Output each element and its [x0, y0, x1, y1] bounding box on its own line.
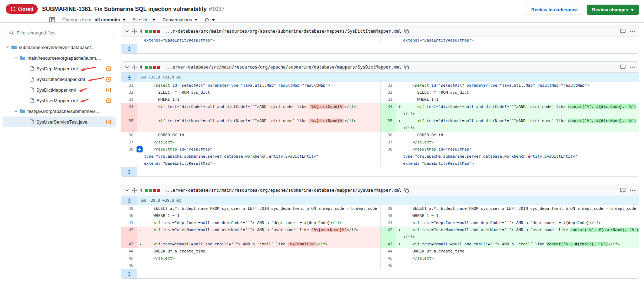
file-path-link[interactable]: ...erver-database/src/main/resources/org…	[165, 65, 401, 70]
line-number[interactable]: 44	[380, 248, 396, 255]
line-number[interactable]: 32	[380, 89, 396, 96]
collapse-file-chevron-icon[interactable]	[125, 29, 129, 33]
diff-toolbar: Changes from all commits File filter Con…	[49, 17, 638, 22]
diff-row: 38+ <resultMap id="resultMap"type="org.a…	[121, 146, 639, 167]
code-line: <if test="deptCode!=null and deptCode!='…	[403, 219, 639, 227]
line-number[interactable]: 46	[380, 262, 396, 269]
file-menu-kebab-icon[interactable]	[630, 31, 635, 32]
file-modified-icon	[106, 98, 111, 103]
line-number[interactable]: 36	[380, 132, 396, 139]
file-filter-dropdown[interactable]: File filter	[133, 17, 155, 22]
expand-row	[121, 44, 639, 53]
pr-status-badge: Closed	[6, 4, 38, 14]
line-number[interactable]: 37	[380, 139, 396, 146]
tree-file-item[interactable]: SysUserServiceTest.java	[3, 116, 116, 127]
conversations-dropdown[interactable]: Conversations	[163, 17, 197, 22]
line-number[interactable]	[380, 37, 396, 44]
line-number[interactable]: 40	[380, 212, 396, 219]
line-number[interactable]: 45	[121, 255, 137, 262]
line-number[interactable]: 35	[121, 118, 137, 132]
line-number[interactable]: 31	[380, 82, 396, 89]
caret-down-icon	[212, 19, 215, 22]
line-number[interactable]: 44	[121, 248, 137, 255]
code-line: WHERE 1 = 1	[403, 212, 639, 219]
copy-path-icon[interactable]	[404, 188, 409, 193]
chevron-down-icon[interactable]	[14, 109, 18, 113]
drag-file-handle-icon[interactable]	[132, 188, 137, 193]
expand-hunk-button[interactable]	[121, 73, 137, 82]
file-path-link[interactable]: ...erver-database/src/main/resources/org…	[165, 188, 401, 193]
comment-icon[interactable]	[620, 188, 626, 193]
filter-changed-files-input[interactable]	[6, 27, 113, 38]
diff-row: 45 </select>45 </select>	[121, 255, 639, 262]
line-number[interactable]: 42	[380, 227, 396, 241]
chevron-down-icon[interactable]	[6, 45, 9, 49]
review-in-codespace-button[interactable]: Review in codespace	[526, 5, 583, 15]
copy-path-icon[interactable]	[404, 29, 409, 34]
code-line: extends="BaseEntityResultMap">	[144, 37, 380, 44]
diff-row: 33 WHERE 1=133 WHERE 1=1	[121, 96, 639, 103]
code-line: SELECT * FROM sys_dict	[403, 89, 639, 96]
comment-icon[interactable]	[620, 29, 626, 34]
line-number[interactable]: 37	[121, 139, 137, 146]
code-line: </select>	[144, 139, 380, 146]
tree-folder-item[interactable]: main/resources/org/apache/subm...	[3, 53, 116, 63]
line-number[interactable]: 41	[121, 219, 137, 227]
line-number[interactable]: 36	[121, 132, 137, 139]
code-line: </select>	[403, 139, 639, 146]
diffstat-square	[153, 66, 156, 69]
diff-settings-dropdown[interactable]: ⚙	[204, 17, 214, 22]
code-line: WHERE 1=1	[403, 96, 639, 103]
line-number[interactable]: 43	[380, 241, 396, 248]
collapse-file-chevron-icon[interactable]	[125, 65, 129, 69]
line-number[interactable]: 38	[121, 146, 137, 167]
line-number[interactable]: 39	[380, 205, 396, 212]
expand-diff-button[interactable]	[121, 44, 137, 53]
line-number[interactable]: 39	[121, 205, 137, 212]
tree-file-item[interactable]: SysDictItemMapper.xml	[3, 74, 116, 85]
tree-file-item[interactable]: SysDictMapper.xml	[3, 85, 116, 95]
chevron-down-icon[interactable]	[14, 56, 18, 60]
diffstat-square	[157, 66, 160, 69]
expand-diff-button[interactable]	[121, 269, 137, 278]
diffstat-square	[145, 189, 148, 192]
diff-row: 36 ORDER BY id36 ORDER BY id	[121, 132, 639, 139]
line-number[interactable]: 42	[121, 227, 137, 241]
tree-file-item[interactable]: SysDeptMapper.xml	[3, 63, 116, 74]
line-number[interactable]: 40	[121, 212, 137, 219]
line-number[interactable]: 33	[121, 96, 137, 103]
line-number[interactable]: 38	[380, 146, 396, 167]
drag-file-handle-icon[interactable]	[132, 65, 137, 70]
tree-file-item[interactable]: SysUserMapper.xml	[3, 95, 116, 106]
line-number[interactable]: 33	[380, 96, 396, 103]
diff-right-cell: 45 </select>	[380, 255, 639, 262]
line-number[interactable]: 41	[380, 219, 396, 227]
line-number[interactable]: 46	[121, 262, 137, 269]
collapse-file-chevron-icon[interactable]	[125, 188, 129, 192]
changes-from-dropdown[interactable]: Changes from all commits	[62, 17, 126, 22]
tree-folder-item[interactable]: submarine-server/server-database/...	[3, 42, 116, 53]
diff-right-cell: 38 <resultMap id="resultMap"type="org.ap…	[380, 146, 639, 167]
line-number[interactable]: 34	[380, 103, 396, 118]
review-changes-button[interactable]: Review changes	[587, 5, 639, 15]
line-number[interactable]: 32	[121, 89, 137, 96]
line-number[interactable]: 43	[121, 241, 137, 248]
line-number[interactable]	[121, 37, 137, 44]
file-path-link[interactable]: ...r-database/src/main/resources/org/apa…	[165, 29, 401, 34]
diffstat	[145, 189, 160, 192]
copy-path-icon[interactable]	[404, 65, 409, 70]
line-number[interactable]: 31	[121, 82, 137, 89]
line-number[interactable]: 35	[380, 118, 396, 132]
drag-file-handle-icon[interactable]	[132, 29, 137, 34]
changed-lines-count: 4	[140, 29, 142, 34]
line-number[interactable]: 45	[380, 255, 396, 262]
file-menu-kebab-icon[interactable]	[630, 190, 635, 191]
expand-diff-button[interactable]	[121, 167, 137, 176]
comment-icon[interactable]	[620, 65, 626, 70]
line-number[interactable]: 34	[121, 103, 137, 118]
add-comment-button[interactable]: +	[137, 146, 143, 152]
file-menu-kebab-icon[interactable]	[630, 66, 635, 68]
tree-folder-item[interactable]: test/java/org/apache/submarine/s...	[3, 106, 116, 116]
toggle-file-tree-button[interactable]	[49, 17, 55, 22]
expand-hunk-button[interactable]	[121, 196, 137, 205]
